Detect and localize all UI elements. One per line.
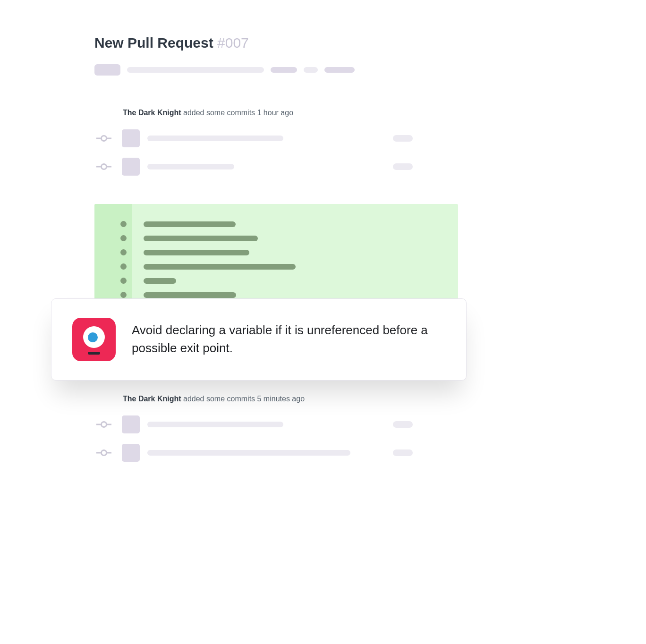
diff-line — [94, 221, 458, 227]
diff-line — [94, 249, 458, 255]
code-placeholder — [144, 236, 258, 241]
diff-line — [94, 263, 458, 270]
plus-icon — [120, 221, 127, 227]
code-placeholder — [144, 292, 236, 298]
svg-point-4 — [102, 164, 107, 169]
commit-node-icon — [94, 135, 113, 142]
commit-hash[interactable] — [393, 163, 413, 170]
code-placeholder — [144, 221, 236, 227]
plus-icon — [120, 249, 127, 255]
diff-line — [94, 235, 458, 241]
title-prefix: New Pull Request — [94, 35, 217, 51]
avatar — [122, 444, 140, 462]
meta-pill — [304, 67, 318, 73]
code-placeholder — [144, 278, 176, 284]
commit-row[interactable] — [94, 158, 458, 176]
suggestion-card[interactable]: Avoid declaring a variable if it is unre… — [51, 298, 467, 381]
commit-row[interactable] — [94, 444, 458, 462]
commit-node-icon — [94, 421, 113, 428]
bot-avatar-icon — [72, 318, 116, 361]
commit-hash[interactable] — [393, 421, 413, 428]
activity-label: The Dark Knight added some commits 1 hou… — [123, 109, 458, 117]
pr-number: #007 — [217, 35, 249, 51]
meta-pill — [324, 67, 355, 73]
commit-row[interactable] — [94, 129, 458, 147]
commit-message-placeholder — [147, 136, 283, 141]
svg-point-7 — [102, 422, 107, 427]
code-placeholder — [144, 250, 249, 255]
activity-section: The Dark Knight added some commits 5 min… — [94, 395, 458, 462]
commit-message-placeholder — [147, 422, 283, 427]
page-title: New Pull Request #007 — [94, 35, 458, 51]
pr-meta-row — [94, 64, 458, 76]
status-badge — [94, 64, 120, 76]
plus-icon — [120, 292, 127, 298]
plus-icon — [120, 278, 127, 284]
activity-author: The Dark Knight — [123, 109, 181, 117]
diff-line — [94, 278, 458, 284]
avatar — [122, 415, 140, 433]
activity-time: 5 minutes ago — [257, 395, 305, 403]
svg-point-10 — [102, 450, 107, 456]
commit-message-placeholder — [147, 164, 234, 169]
commit-row[interactable] — [94, 415, 458, 433]
meta-pill — [271, 67, 297, 73]
diff-line — [94, 292, 458, 298]
plus-icon — [120, 235, 127, 241]
avatar — [122, 158, 140, 176]
commit-message-placeholder — [147, 450, 350, 456]
activity-label: The Dark Knight added some commits 5 min… — [123, 395, 458, 403]
commit-hash[interactable] — [393, 449, 413, 456]
meta-placeholder-line — [127, 67, 264, 73]
activity-action: added some commits — [181, 109, 257, 117]
suggestion-text: Avoid declaring a variable if it is unre… — [132, 322, 445, 357]
activity-time: 1 hour ago — [257, 109, 294, 117]
svg-point-1 — [102, 136, 107, 141]
code-placeholder — [144, 264, 296, 270]
commit-node-icon — [94, 449, 113, 456]
activity-section: The Dark Knight added some commits 1 hou… — [94, 109, 458, 176]
plus-icon — [120, 263, 127, 270]
commit-hash[interactable] — [393, 135, 413, 142]
activity-author: The Dark Knight — [123, 395, 181, 403]
avatar — [122, 129, 140, 147]
commit-node-icon — [94, 163, 113, 170]
activity-action: added some commits — [181, 395, 257, 403]
